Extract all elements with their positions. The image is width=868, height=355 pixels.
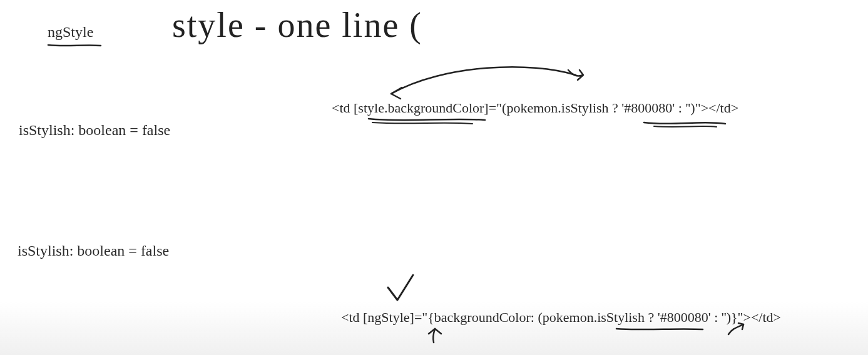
checkmark-arrow (379, 272, 422, 306)
declaration-isstylish-1: isStylish: boolean = false (19, 122, 170, 139)
arrow-up-to-ngstyle (422, 326, 447, 345)
code-ngstyle-binding: <td [ngStyle]="{backgroundColor: (pokemo… (341, 309, 781, 326)
squiggle-closing (725, 322, 750, 339)
code-style-binding: <td [style.backgroundColor]="(pokemon.is… (332, 100, 738, 116)
underline-stroke (47, 42, 103, 49)
declaration-isstylish-2: isStylish: boolean = false (18, 242, 169, 259)
emphasis-underline-value2 (615, 326, 706, 332)
heading-ngstyle: ngStyle (48, 24, 93, 41)
emphasis-underline-value1 (641, 119, 729, 130)
emphasis-scribble-style (366, 116, 491, 128)
handwritten-title: style - one line ( (172, 5, 422, 45)
